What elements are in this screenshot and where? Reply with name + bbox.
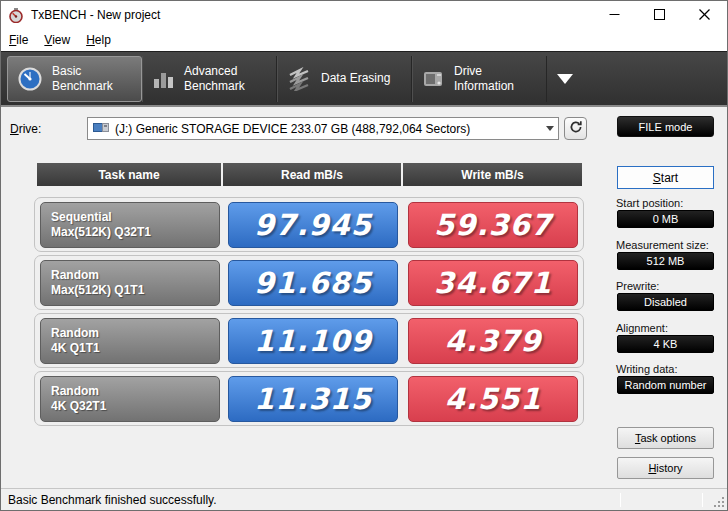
- table-row: Random4K Q32T1 11.315 4.551: [34, 371, 584, 426]
- read-value-cell: 11.315: [228, 376, 398, 422]
- measurement-size-value: 512 MB: [617, 252, 714, 270]
- overflow-caret-icon[interactable]: [557, 74, 573, 84]
- task-name-cell[interactable]: Random4K Q1T1: [40, 318, 220, 364]
- tab-data-erasing[interactable]: Data Erasing: [277, 56, 412, 102]
- app-icon: [8, 7, 24, 23]
- alignment-label: Alignment:: [616, 322, 668, 334]
- tab-label: BasicBenchmark: [52, 64, 113, 94]
- refresh-icon: [569, 120, 583, 138]
- menu-help[interactable]: Help: [78, 30, 119, 50]
- table-row: Random4K Q1T1 11.109 4.379: [34, 313, 584, 368]
- write-value-cell: 4.379: [408, 318, 578, 364]
- drive-label: Drive:: [10, 122, 41, 136]
- table-row: RandomMax(512K) Q1T1 91.685 34.671: [34, 255, 584, 310]
- task-name-cell[interactable]: RandomMax(512K) Q1T1: [40, 260, 220, 306]
- window-title: TxBENCH - New project: [31, 8, 160, 22]
- write-value-cell: 4.551: [408, 376, 578, 422]
- task-name-cell[interactable]: Random4K Q32T1: [40, 376, 220, 422]
- status-message: Basic Benchmark finished successfully.: [8, 493, 217, 507]
- storage-drive-icon: [93, 121, 109, 137]
- bar-chart-icon: [151, 67, 175, 91]
- task-name-cell[interactable]: SequentialMax(512K) Q32T1: [40, 202, 220, 248]
- window-controls: [592, 1, 727, 29]
- tab-basic-benchmark[interactable]: BasicBenchmark: [7, 56, 142, 102]
- refresh-button[interactable]: [564, 117, 587, 140]
- erase-icon: [286, 67, 312, 91]
- alignment-value: 4 KB: [617, 335, 714, 353]
- file-mode-button[interactable]: FILE mode: [617, 116, 714, 137]
- task-options-button[interactable]: Task options: [617, 427, 714, 449]
- read-value-cell: 11.109: [228, 318, 398, 364]
- start-button[interactable]: Start: [617, 166, 714, 189]
- drive-select[interactable]: (J:) Generic STORAGE DEVICE 233.07 GB (4…: [87, 117, 559, 140]
- tab-label: AdvancedBenchmark: [184, 64, 245, 94]
- prewrite-label: Prewrite:: [616, 280, 659, 292]
- column-header-task-name: Task name: [37, 163, 221, 186]
- maximize-button[interactable]: [637, 1, 682, 29]
- statusbar-separator: [702, 493, 703, 507]
- tab-label: Data Erasing: [321, 71, 390, 86]
- resize-grip-icon[interactable]: [712, 495, 726, 509]
- app-window: TxBENCH - New project File View Help Bas…: [0, 0, 728, 511]
- menu-view[interactable]: View: [36, 30, 78, 50]
- close-button[interactable]: [682, 1, 727, 29]
- column-header-write: Write mB/s: [403, 163, 582, 186]
- statusbar-separator: [620, 493, 621, 507]
- menubar: File View Help: [1, 29, 727, 51]
- writing-data-label: Writing data:: [616, 363, 678, 375]
- chevron-down-icon: [541, 118, 558, 139]
- tab-drive-information[interactable]: DriveInformation: [412, 56, 547, 102]
- maximize-icon: [654, 6, 665, 24]
- start-position-label: Start position:: [616, 197, 683, 209]
- prewrite-value: Disabled: [617, 293, 714, 311]
- gauge-icon: [17, 66, 43, 92]
- measurement-size-label: Measurement size:: [616, 239, 709, 251]
- history-button[interactable]: History: [617, 457, 714, 479]
- minimize-button[interactable]: [592, 1, 637, 29]
- writing-data-value: Random number: [617, 376, 714, 394]
- drive-info-icon: [421, 67, 445, 91]
- start-position-value: 0 MB: [617, 210, 714, 228]
- table-header: Task name Read mB/s Write mB/s: [37, 163, 582, 186]
- tab-advanced-benchmark[interactable]: AdvancedBenchmark: [142, 56, 277, 102]
- toolbar: BasicBenchmark AdvancedBenchmark Data Er…: [1, 51, 727, 107]
- close-icon: [699, 6, 710, 24]
- read-value-cell: 97.945: [228, 202, 398, 248]
- read-value-cell: 91.685: [228, 260, 398, 306]
- titlebar: TxBENCH - New project: [1, 1, 727, 29]
- column-header-read: Read mB/s: [223, 163, 401, 186]
- minimize-icon: [609, 6, 620, 24]
- write-value-cell: 59.367: [408, 202, 578, 248]
- write-value-cell: 34.671: [408, 260, 578, 306]
- status-bar: Basic Benchmark finished successfully.: [1, 488, 727, 510]
- drive-selected-value: (J:) Generic STORAGE DEVICE 233.07 GB (4…: [115, 122, 470, 136]
- tab-label: DriveInformation: [454, 64, 514, 94]
- table-row: SequentialMax(512K) Q32T1 97.945 59.367: [34, 197, 584, 252]
- menu-file[interactable]: File: [1, 30, 36, 50]
